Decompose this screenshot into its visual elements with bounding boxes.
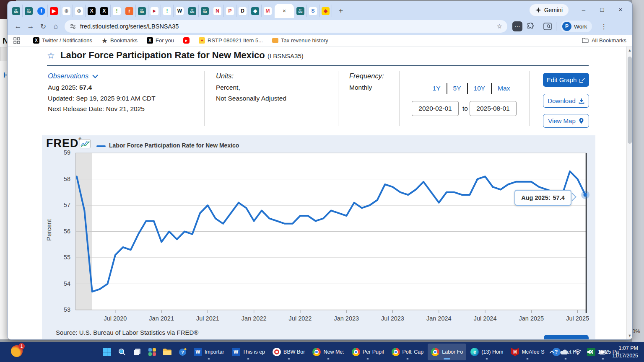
scroll-down-arrow[interactable]: ▼ <box>627 334 632 338</box>
pinned-tab-r[interactable]: r <box>123 5 136 17</box>
scrollbar-thumb[interactable] <box>628 57 632 144</box>
apps-grid-icon[interactable] <box>13 37 20 44</box>
file-explorer-icon[interactable] <box>160 344 174 360</box>
observations-dropdown[interactable]: Observations <box>48 72 98 80</box>
pinned-tab-globe[interactable]: ⊕ <box>73 5 86 17</box>
bookmark-item[interactable]: XTwitter / Notifications <box>33 37 92 44</box>
onedrive-cloud-icon[interactable] <box>560 349 569 355</box>
end-date-input[interactable]: 2025-08-01 <box>470 101 517 116</box>
download-button[interactable]: Download <box>543 94 589 108</box>
scroll-up-arrow[interactable]: ▲ <box>627 48 632 52</box>
pinned-tab-youtube[interactable]: ▶ <box>48 5 60 17</box>
minimize-button[interactable]: – <box>574 6 593 13</box>
start-button[interactable] <box>100 344 114 360</box>
partial-button-fragment[interactable] <box>544 335 589 339</box>
task-view-icon[interactable] <box>130 344 144 360</box>
taskbar-app-new-me-[interactable]: New Me: <box>309 344 347 360</box>
bookmark-star-icon[interactable]: ☆ <box>497 23 502 30</box>
taskbar-app-labor-fo[interactable]: Labor Fo <box>428 344 466 360</box>
help-icon[interactable]: ? <box>175 344 190 360</box>
pinned-tab-gmail[interactable]: M <box>262 5 274 17</box>
pinned-tab-d-news[interactable]: D <box>236 5 249 17</box>
speaker-icon[interactable] <box>587 349 594 355</box>
pinned-tab-teal-app[interactable]: ◆ <box>249 5 262 17</box>
y-tick-label: 59 <box>54 149 70 156</box>
chart-plot-area[interactable] <box>75 153 587 313</box>
next-release-link[interactable]: Next Release Date: Nov 21, 2025 <box>48 105 145 113</box>
pinned-tab-zia[interactable]: ◆ <box>319 5 332 17</box>
widgets-icon[interactable] <box>145 344 159 360</box>
pinned-tab-sfnm[interactable]: SF NM <box>294 5 307 17</box>
tab-close-icon[interactable]: × <box>283 8 286 14</box>
search-icon[interactable] <box>115 344 129 360</box>
site-info-icon[interactable] <box>70 23 76 30</box>
pinned-tab-exclaim[interactable]: ! <box>161 5 174 17</box>
profile-button[interactable]: P Work <box>561 21 592 32</box>
taskbar-app-bbw-bor[interactable]: BBW Bor <box>269 344 308 360</box>
pinned-tab-wikipedia[interactable]: W <box>174 5 186 17</box>
edit-graph-button[interactable]: Edit Graph <box>543 73 589 87</box>
bookmark-item[interactable]: ★Bookmarks <box>101 37 138 44</box>
range-preset-5y[interactable]: 5Y <box>447 85 467 92</box>
pinned-tab-x[interactable]: X <box>86 5 98 17</box>
range-preset-10y[interactable]: 10Y <box>468 85 491 92</box>
range-preset-max[interactable]: Max <box>492 85 516 92</box>
clock[interactable]: 1:07 PM 11/17/2025 <box>612 344 638 359</box>
taskbar-app-poll-cap[interactable]: Poll: Cap <box>388 344 427 360</box>
bookmark-item[interactable]: ▸ <box>183 37 190 44</box>
url-text[interactable]: fred.stlouisfed.org/series/LBSNSA35 <box>80 23 493 30</box>
home-button[interactable]: ⌂ <box>49 20 62 33</box>
pinned-tab-exclaim[interactable]: ! <box>111 5 123 17</box>
bookmark-item[interactable]: +RSTP 080921 Item 5... <box>199 37 263 44</box>
extension-icon[interactable]: ⋯ <box>512 21 522 31</box>
forward-button[interactable]: → <box>24 20 37 33</box>
wifi-icon[interactable] <box>574 349 582 355</box>
extensions-puzzle-icon[interactable] <box>527 23 535 31</box>
back-button[interactable]: ← <box>12 20 24 33</box>
battery-icon[interactable] <box>599 350 607 354</box>
pinned-tab-sfnm[interactable]: SF NM <box>186 5 199 17</box>
section-divider <box>338 71 338 126</box>
browser-menu-icon[interactable]: ⋮ <box>600 23 607 31</box>
lfpr-line-chart[interactable] <box>75 153 587 313</box>
taskbar-app-mcafee-s[interactable]: MMcAfee S <box>507 344 548 360</box>
bookmark-item[interactable]: Tax revenue history <box>272 37 328 44</box>
new-tab-button[interactable]: + <box>335 5 346 16</box>
pinned-tab-facebook[interactable]: f <box>35 5 48 17</box>
pinned-tab-p-news[interactable]: P <box>224 5 236 17</box>
range-preset-1y[interactable]: 1Y <box>427 85 447 92</box>
tray-time: 1:07 PM <box>612 344 638 352</box>
close-button[interactable]: × <box>611 6 630 13</box>
series-id: (LBSNSA35) <box>267 52 304 59</box>
gemini-button[interactable]: Gemini <box>530 4 569 16</box>
all-bookmarks-button[interactable]: All Bookmarks <box>575 37 626 44</box>
taskbar-app-importar[interactable]: WImportar <box>190 344 228 360</box>
taskbar-app-per-pupil[interactable]: Per Pupil <box>348 344 387 360</box>
taskbar-app--13-hom[interactable]: e(13) Hom <box>467 344 506 360</box>
pinned-tab-bird[interactable]: ► <box>148 5 161 17</box>
taskbar-app-this-is-ep[interactable]: WThis is ep <box>229 344 269 360</box>
notification-avatar[interactable]: 1 <box>11 345 23 357</box>
side-search-icon[interactable] <box>543 23 552 30</box>
maximize-button[interactable]: □ <box>593 6 611 13</box>
pinned-tab-n-news[interactable]: N <box>211 5 224 17</box>
page-scrollbar[interactable]: ▲ ▼ <box>626 47 632 339</box>
address-bar[interactable]: fred.stlouisfed.org/series/LBSNSA35 ☆ <box>65 20 507 33</box>
tray-chevron-icon[interactable] <box>549 350 555 354</box>
pinned-tab-sfnm[interactable]: SF NM <box>10 5 23 17</box>
reload-button[interactable]: ↻ <box>37 20 49 33</box>
start-date-input[interactable]: 2020-02-01 <box>412 101 459 116</box>
pinned-tab-blue-app[interactable]: S <box>307 5 319 17</box>
pinned-tab-x[interactable]: X <box>98 5 111 17</box>
bookmark-item[interactable]: XFor you <box>147 37 174 44</box>
taskbar-app-label: This is ep <box>243 349 265 355</box>
pinned-tab-sfnm[interactable]: SF NM <box>23 5 35 17</box>
pinned-tab-globe[interactable]: ⊕ <box>60 5 73 17</box>
pinned-tab-sfnm[interactable]: SF NM <box>199 5 211 17</box>
view-map-button[interactable]: View Map <box>543 114 589 128</box>
active-tab[interactable]: × <box>275 4 294 18</box>
teal-app-favicon: ◆ <box>251 7 259 15</box>
bookmark-label: Bookmarks <box>110 37 138 44</box>
pinned-tab-sfnm[interactable]: SF NM <box>136 5 148 17</box>
favorite-star-icon[interactable]: ☆ <box>47 51 55 61</box>
